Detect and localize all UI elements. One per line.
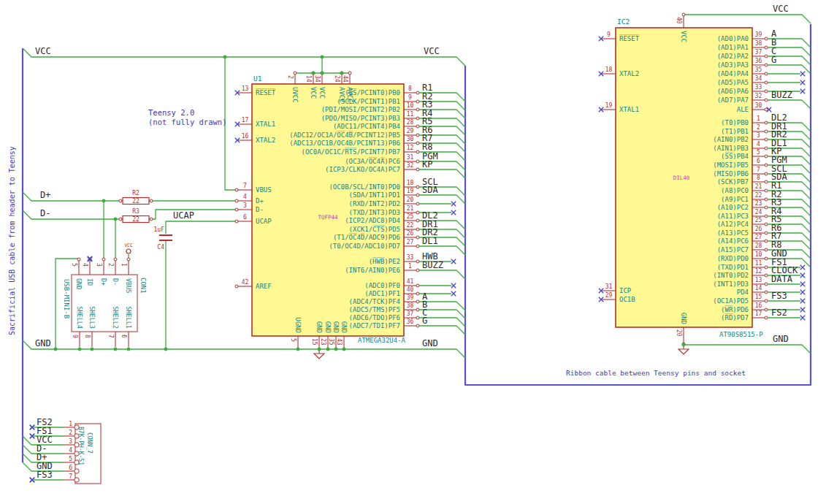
pin-number: 12 (755, 268, 762, 275)
resistor-value: 22 (132, 198, 139, 205)
pin-number: 34 (755, 75, 762, 82)
pin-end-circle (416, 211, 419, 214)
no-connect-x (451, 202, 456, 206)
pin-name: ALE (737, 106, 749, 113)
pin-name: (ADC6/TDO)PF6 (349, 314, 400, 321)
pin-name: D+ (256, 197, 264, 205)
pin-end-circle (765, 121, 768, 124)
no-connect-x (451, 210, 456, 215)
pin-name: (AD5)PA5 (717, 79, 749, 86)
pin-end-circle (765, 283, 768, 286)
pin-number: 36 (407, 318, 414, 325)
net-label: VCC (35, 46, 51, 56)
pin-end-circle (416, 186, 419, 188)
pin-number: 13 (755, 277, 762, 283)
pin-name: (R̅D̅)PD7 (721, 313, 749, 321)
schematic-canvas: U1ATMEGA32U4-ATQFP4413R̅E̅S̅E̅T̅17XTAL11… (0, 0, 826, 504)
pin-name: (W̅R̅)PD6 (721, 305, 749, 313)
pin-number: 18 (407, 180, 414, 186)
pin-name: (T1)PB1 (721, 128, 749, 135)
pin-number: 8 (84, 335, 91, 338)
pin-number: 11 (755, 260, 762, 267)
no-connect-x (800, 273, 805, 278)
pin-end-circle (235, 220, 238, 223)
pin-end-circle (682, 13, 685, 16)
pin-number: 1 (757, 115, 760, 122)
capacitor-value: 1uF (154, 226, 165, 233)
pin-number: 37 (407, 310, 414, 317)
net-label: BUZZ (422, 260, 443, 270)
pin-name: XTAL1 (619, 106, 639, 113)
pin-pad-circle (74, 460, 79, 465)
pin-number: 28 (407, 119, 414, 126)
pin-pad-circle (74, 425, 79, 429)
pin-number: 15 (755, 294, 762, 300)
gnd-symbol (314, 354, 324, 359)
pin-number: 17 (755, 310, 762, 317)
pin-number: 32 (407, 162, 414, 169)
pin-pad-circle (74, 469, 79, 473)
pin-number: 35 (328, 338, 334, 345)
pin-end-circle (765, 180, 768, 183)
pin-end-circle (765, 37, 768, 40)
net-label: GND (422, 338, 438, 348)
pin-name: (AIN1)PB3 (713, 145, 749, 152)
pin-pad-circle (74, 443, 79, 447)
wire (166, 221, 238, 234)
pin-end-circle (416, 228, 419, 231)
pin-name: (A14)PC6 (717, 237, 749, 245)
pin-end-circle (765, 291, 768, 294)
net-label: VCC (773, 4, 789, 14)
pin-end-circle (765, 299, 768, 302)
pin-end-circle (127, 258, 130, 261)
pin-name: (ADC11/PCINT4)PB4 (333, 123, 400, 130)
vcc-symbol-label: VCC (124, 243, 133, 248)
pin-number: 42 (242, 279, 249, 286)
pin-number: 24 (334, 75, 340, 83)
pin-number: 9 (408, 94, 412, 101)
pin-number: 3 (69, 438, 72, 445)
pin-name: VCC (310, 87, 317, 99)
pin-name: GND (680, 313, 687, 324)
pin-number: 7 (757, 167, 760, 173)
junction-dot (54, 348, 58, 351)
pin-end-circle (416, 142, 419, 145)
pin-name: (TXD/INT3)PD3 (349, 209, 400, 216)
pin-end-circle (114, 258, 117, 261)
pin-end-circle (416, 168, 419, 171)
junction-dot (321, 72, 324, 75)
pin-number: 22 (755, 192, 762, 199)
pin-end-circle (765, 108, 768, 111)
pin-name: UCAP (256, 218, 272, 225)
pin-name: SHELL3 (88, 306, 96, 329)
pin-name: XTAL2 (256, 137, 275, 144)
pin-end-circle (416, 202, 419, 205)
wire (23, 48, 465, 66)
pin-end-circle (235, 208, 238, 211)
pin-name: (AD4)PA4 (717, 70, 749, 77)
note-text: Sacrificial USB cable from header to Tee… (8, 146, 16, 335)
pin-number: 2 (757, 124, 760, 131)
pin-number: 8 (408, 85, 412, 92)
wire (685, 15, 811, 23)
pin-end-circle (765, 81, 768, 84)
pin-name: D- (112, 278, 119, 286)
pin-name: (TXD)PD1 (717, 264, 749, 271)
schematic-page: U1ATMEGA32U4-ATQFP4413R̅E̅S̅E̅T̅17XTAL11… (0, 0, 826, 504)
pin-number: 31 (605, 283, 613, 290)
pin-name: GND (75, 278, 83, 289)
pin-end-circle (765, 46, 768, 49)
no-connect-x (451, 291, 456, 296)
pin-number: 38 (407, 302, 414, 309)
pin-name: D+ (100, 278, 107, 286)
pin-end-circle (765, 130, 768, 133)
pin-number: 12 (407, 145, 414, 151)
pin-name: VBUS (256, 186, 272, 194)
pin-number: 1 (69, 421, 72, 427)
pin-number: 21 (755, 183, 762, 190)
net-label: FS3 (771, 291, 787, 301)
pin-end-circle (416, 292, 419, 295)
junction-dot (127, 348, 131, 351)
pin-name: UGND (294, 317, 302, 333)
pin-end-circle (416, 117, 419, 120)
